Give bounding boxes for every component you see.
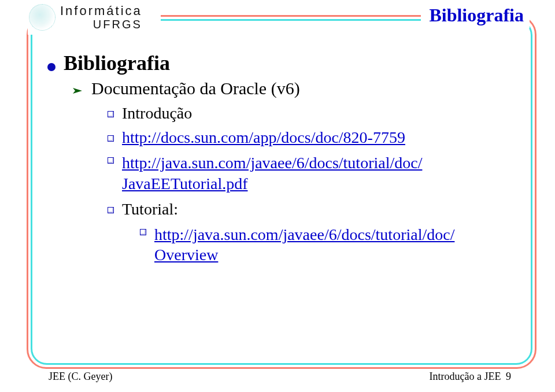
lvl2-text: Documentação da Oracle (v6) bbox=[91, 79, 300, 98]
logo-swirl-icon bbox=[29, 4, 56, 31]
bullet-level-3: Introdução bbox=[108, 104, 520, 123]
square-bullet-icon bbox=[108, 111, 114, 117]
link-line-2: JavaEETutorial.pdf bbox=[122, 175, 248, 193]
square-bullet-icon bbox=[108, 135, 114, 142]
logo-block: Informática UFRGS bbox=[28, 0, 161, 35]
lvl3-text-intro: Introdução bbox=[122, 104, 192, 123]
logo-subtitle: UFRGS bbox=[60, 19, 142, 30]
footer-author: JEE (C. Geyer) bbox=[45, 371, 116, 383]
link-line-1: http://java.sun.com/javaee/6/docs/tutori… bbox=[122, 154, 422, 172]
square-bullet-icon bbox=[108, 157, 114, 164]
slide-content: Bibliografia Documentação da Oracle (v6)… bbox=[47, 51, 520, 265]
slide: Informática UFRGS Bibliografia Bibliogra… bbox=[0, 0, 555, 392]
link-docs-sun[interactable]: http://docs.sun.com/app/docs/doc/820-775… bbox=[122, 128, 405, 147]
bullet-level-3: http://java.sun.com/javaee/6/docs/tutori… bbox=[108, 153, 520, 194]
footer-page-number: 9 bbox=[506, 371, 511, 382]
square-bullet-icon bbox=[108, 207, 114, 213]
bullet-level-2: Documentação da Oracle (v6) bbox=[73, 79, 520, 98]
logo-title: Informática bbox=[60, 5, 142, 17]
bullet-level-1: Bibliografia bbox=[47, 51, 520, 75]
bullet-level-3: Tutorial: bbox=[108, 200, 520, 219]
dot-bullet-icon bbox=[47, 63, 56, 71]
lvl1-text: Bibliografia bbox=[64, 51, 170, 75]
logo-text: Informática UFRGS bbox=[60, 5, 142, 30]
footer-page: Introdução a JEE 9 bbox=[426, 371, 515, 383]
footer-right-prefix: Introdução a JEE bbox=[430, 371, 501, 382]
bullet-level-4: http://java.sun.com/javaee/6/docs/tutori… bbox=[140, 224, 520, 266]
svg-marker-0 bbox=[73, 88, 82, 94]
arrow-bullet-icon bbox=[73, 79, 86, 87]
link-line-2: Overview bbox=[154, 246, 218, 264]
link-javaee-tutorial-pdf[interactable]: http://java.sun.com/javaee/6/docs/tutori… bbox=[122, 153, 422, 194]
square-bullet-icon bbox=[140, 229, 146, 235]
bullet-level-3: http://docs.sun.com/app/docs/doc/820-775… bbox=[108, 128, 520, 147]
link-line-1: http://java.sun.com/javaee/6/docs/tutori… bbox=[154, 225, 454, 243]
link-javaee-tutorial-overview[interactable]: http://java.sun.com/javaee/6/docs/tutori… bbox=[154, 224, 454, 266]
lvl3-text-tutorial: Tutorial: bbox=[122, 200, 178, 219]
slide-title: Bibliografia bbox=[421, 3, 530, 28]
